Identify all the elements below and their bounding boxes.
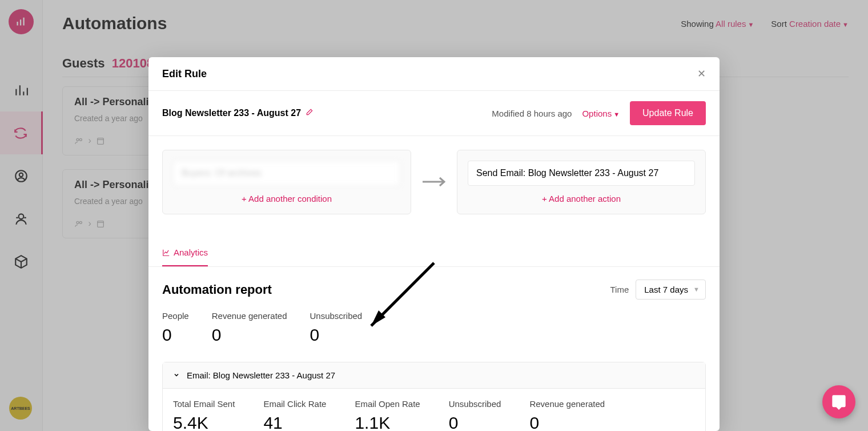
add-action-link[interactable]: + Add another action [468,186,695,203]
stat-unsubscribed: Unsubscribed 0 [449,399,501,431]
summary-value: 0 [162,325,189,345]
stat-label: Total Email Sent [173,399,235,409]
edit-rule-modal: Edit Rule ✕ Blog Newsletter 233 - August… [148,57,720,431]
stat-label: Email Open Rate [355,399,420,409]
modal-title: Edit Rule [162,68,207,80]
plus-icon: + [542,194,547,203]
stat-value: 5.4K [173,413,235,431]
time-value: Last 7 days [644,285,688,294]
close-icon[interactable]: ✕ [697,67,706,80]
time-label: Time [610,285,629,294]
stat-revenue: Revenue generated 0 [529,399,605,431]
summary-people: People 0 [162,311,189,345]
arrow-right-icon [421,173,447,191]
email-stats-section: Email: Blog Newsletter 233 - August 27 T… [162,362,706,431]
tab-label: Analytics [174,248,208,257]
stat-value: 0 [449,413,501,431]
add-condition-link[interactable]: + Add another condition [173,186,400,203]
edit-name-icon[interactable] [306,108,314,118]
summary-value: 0 [310,325,363,345]
report-title: Automation report [162,282,272,297]
plus-icon: + [242,194,247,203]
rule-name: Blog Newsletter 233 - August 27 [162,108,314,118]
summary-label: Unsubscribed [310,311,363,321]
stat-label: Email Click Rate [263,399,326,409]
email-stats-toggle[interactable]: Email: Blog Newsletter 233 - August 27 [163,362,705,389]
stat-open-rate: Email Open Rate 1.1K [355,399,420,431]
stat-total-sent: Total Email Sent 5.4K [173,399,235,431]
conditions-box: Buyers: Of archives + Add another condit… [162,150,411,214]
stat-label: Revenue generated [529,399,605,409]
stat-value: 41 [263,413,326,431]
chevron-down-icon [173,370,180,380]
modified-text: Modified 8 hours ago [492,109,572,118]
automation-report: Automation report Time Last 7 days ▼ Peo… [148,267,720,431]
summary-stats: People 0 Revenue generated 0 Unsubscribe… [162,311,706,345]
stat-value: 0 [529,413,605,431]
stat-value: 1.1K [355,413,420,431]
actions-box: Send Email: Blog Newsletter 233 - August… [457,150,706,214]
modal-tabs: Analytics [148,240,720,267]
stat-label: Unsubscribed [449,399,501,409]
chevron-down-icon: ▼ [693,286,700,293]
options-dropdown[interactable]: Options▼ [582,109,620,118]
summary-label: People [162,311,189,321]
rule-name-text: Blog Newsletter 233 - August 27 [162,108,301,118]
update-rule-button[interactable]: Update Rule [630,101,706,125]
stat-click-rate: Email Click Rate 41 [263,399,326,431]
time-dropdown[interactable]: Last 7 days ▼ [636,280,706,300]
condition-pill[interactable]: Buyers: Of archives [173,161,400,186]
summary-revenue: Revenue generated 0 [212,311,287,345]
email-section-title: Email: Blog Newsletter 233 - August 27 [187,370,335,380]
tab-analytics[interactable]: Analytics [162,240,208,266]
summary-value: 0 [212,325,287,345]
summary-unsubscribed: Unsubscribed 0 [310,311,363,345]
action-pill[interactable]: Send Email: Blog Newsletter 233 - August… [468,161,695,186]
summary-label: Revenue generated [212,311,287,321]
chat-widget[interactable] [822,385,855,418]
rule-builder: Buyers: Of archives + Add another condit… [148,136,720,228]
